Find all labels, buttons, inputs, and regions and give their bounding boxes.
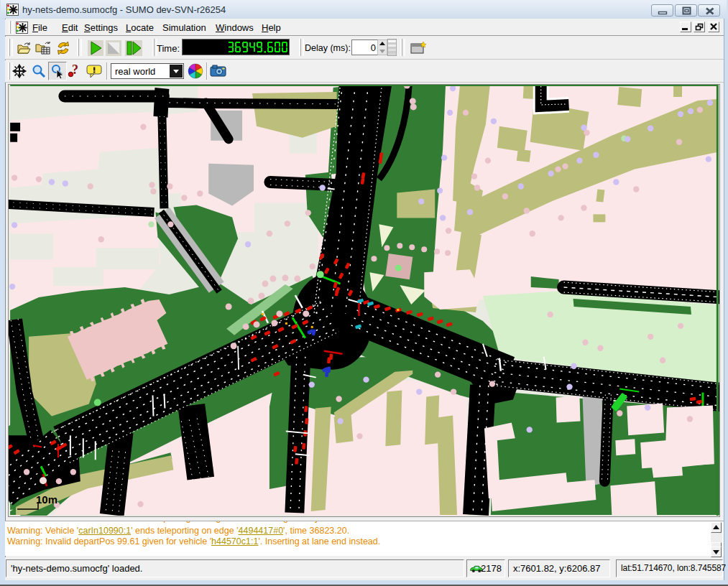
svg-text:10m: 10m xyxy=(36,493,57,506)
